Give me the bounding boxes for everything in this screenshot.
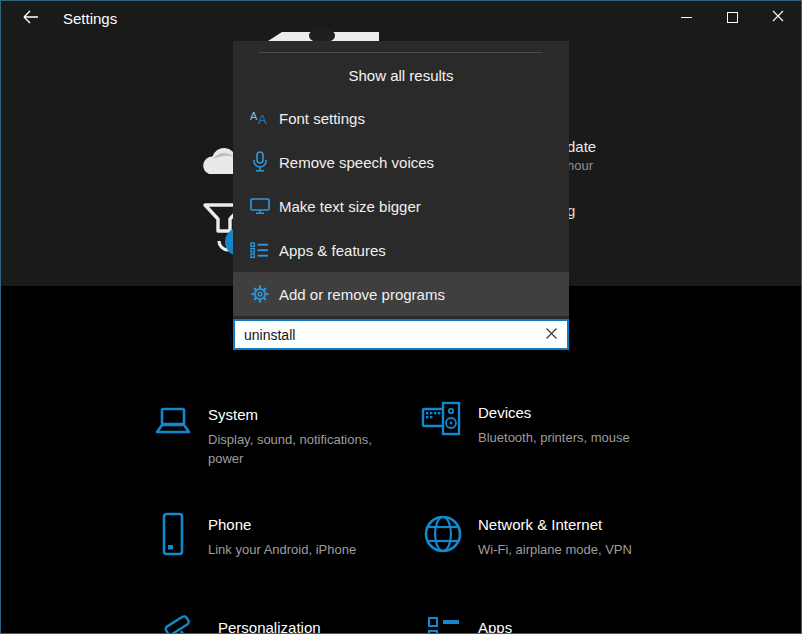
tile-title: System — [208, 406, 393, 423]
tile-devices[interactable]: Devices Bluetooth, printers, mouse — [421, 400, 630, 447]
settings-search-box — [233, 319, 569, 350]
minimize-icon — [681, 17, 692, 18]
back-button[interactable] — [14, 7, 48, 31]
suggestion-make-text-bigger[interactable]: Make text size bigger — [233, 184, 569, 228]
show-all-results-link[interactable]: Show all results — [233, 67, 569, 84]
tile-title: Devices — [478, 404, 630, 421]
paint-roller-icon — [161, 615, 205, 634]
suggestion-label: Add or remove programs — [279, 286, 445, 303]
tile-subtitle: Display, sound, notifications, power — [208, 430, 393, 468]
tile-subtitle: Link your Android, iPhone — [208, 540, 356, 559]
tile-system[interactable]: System Display, sound, notifications, po… — [151, 402, 393, 468]
close-icon — [772, 8, 784, 26]
search-input[interactable] — [235, 327, 535, 343]
devices-icon — [421, 400, 465, 444]
clear-x-icon — [545, 327, 558, 343]
suggestion-label: Apps & features — [279, 242, 386, 259]
tile-title: Network & Internet — [478, 516, 632, 533]
tile-network-internet[interactable]: Network & Internet Wi-Fi, airplane mode,… — [421, 512, 632, 559]
tile-title: Phone — [208, 516, 356, 533]
svg-text:A: A — [258, 112, 267, 127]
maximize-button[interactable] — [709, 1, 755, 33]
clear-search-button[interactable] — [535, 321, 567, 348]
suggestion-list: A A Font settings Remove speech voices — [233, 96, 569, 316]
apps-icon — [421, 615, 465, 634]
suggestion-remove-speech-voices[interactable]: Remove speech voices — [233, 140, 569, 184]
tile-phone[interactable]: Phone Link your Android, iPhone — [151, 512, 356, 559]
suggestion-font-settings[interactable]: A A Font settings — [233, 96, 569, 140]
tile-subtitle: Bluetooth, printers, mouse — [478, 428, 630, 447]
status-text-fragment: date — [567, 138, 596, 155]
suggestion-label: Remove speech voices — [279, 154, 434, 171]
maximize-icon — [727, 12, 738, 23]
tile-personalization[interactable]: Personalization — [161, 615, 321, 634]
laptop-icon — [151, 402, 195, 446]
suggestion-apps-and-features[interactable]: Apps & features — [233, 228, 569, 272]
gear-icon — [249, 283, 271, 305]
microphone-icon — [249, 151, 271, 173]
svg-text:A: A — [250, 110, 258, 122]
settings-window: Settings date hour g Show all results — [0, 0, 802, 634]
tile-subtitle: Wi-Fi, airplane mode, VPN — [478, 540, 632, 559]
tile-apps[interactable]: Apps — [421, 615, 512, 634]
apps-list-icon — [249, 239, 271, 261]
search-suggestions-popup: Show all results A A Font settings — [233, 41, 569, 319]
minimize-button[interactable] — [663, 1, 709, 33]
tile-title: Personalization — [218, 619, 321, 634]
display-icon — [249, 195, 271, 217]
globe-icon — [421, 512, 465, 556]
suggestion-label: Font settings — [279, 110, 365, 127]
suggestion-add-or-remove-programs[interactable]: Add or remove programs — [233, 272, 569, 316]
font-settings-icon: A A — [249, 107, 271, 129]
back-arrow-icon — [21, 9, 41, 29]
popup-divider — [259, 52, 543, 53]
suggestion-label: Make text size bigger — [279, 198, 421, 215]
status-text-fragment: hour — [567, 158, 593, 173]
page-title: Settings — [63, 10, 117, 27]
phone-icon — [151, 512, 195, 556]
tile-title: Apps — [478, 619, 512, 634]
close-button[interactable] — [755, 1, 801, 33]
